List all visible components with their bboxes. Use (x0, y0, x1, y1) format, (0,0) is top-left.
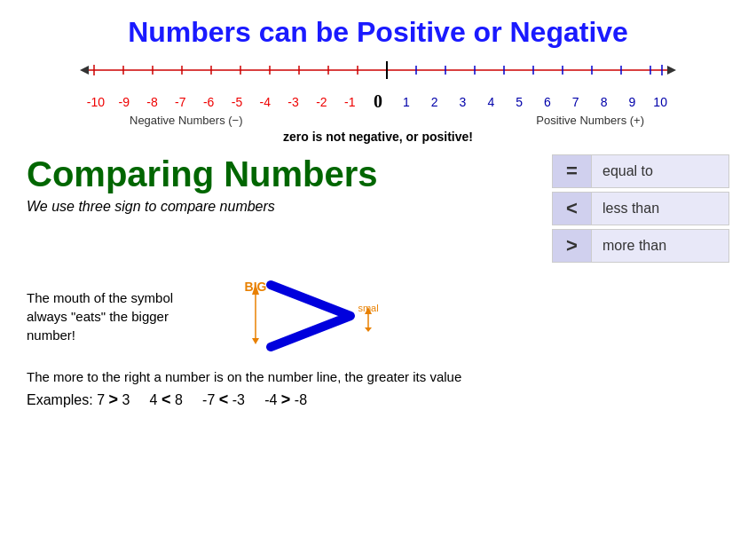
num-neg6: -6 (195, 95, 222, 109)
page: Numbers can be Positive or Negative (0, 0, 756, 552)
ex4-sym: > (281, 390, 291, 408)
num-8: 8 (591, 95, 618, 109)
negative-numbers-label: Negative Numbers (−) (130, 114, 243, 127)
symbol-row-equal: = equal to (552, 154, 729, 188)
ex1-sym: > (109, 390, 119, 408)
num-2: 2 (421, 95, 448, 109)
comparing-symbols: = equal to < less than > more than (552, 154, 729, 263)
num-7: 7 (563, 95, 589, 109)
example-spacer-1 (134, 392, 146, 407)
num-1: 1 (393, 95, 420, 109)
positive-numbers-label: Positive Numbers (+) (536, 114, 644, 127)
mouth-section: The mouth of the symbol always "eats" th… (27, 272, 729, 360)
less-symbol: < (553, 193, 592, 225)
examples-label: Examples: (27, 392, 93, 407)
example-4: -4 > -8 (264, 392, 307, 407)
comparing-left: Comparing Numbers We use three sign to c… (27, 154, 534, 215)
bottom-note: The more to the right a number is on the… (27, 367, 729, 412)
examples-row: Examples: 7 > 3 4 < 8 -7 < -3 -4 > -8 (27, 388, 729, 412)
num-zero: 0 (365, 91, 391, 112)
mouth-svg: BIG smal (222, 272, 399, 360)
svg-marker-1 (80, 66, 89, 75)
number-line-svg (76, 58, 680, 90)
example-1: 7 > 3 (97, 392, 130, 407)
page-title: Numbers can be Positive or Negative (27, 16, 729, 49)
num-5: 5 (506, 95, 532, 109)
more-label: more than (592, 238, 677, 254)
svg-marker-31 (365, 327, 372, 332)
comparing-section: Comparing Numbers We use three sign to c… (27, 154, 729, 263)
num-neg9: -9 (111, 95, 138, 109)
equal-symbol: = (553, 155, 592, 187)
num-3: 3 (450, 95, 476, 109)
num-9: 9 (618, 95, 645, 109)
equal-label: equal to (592, 163, 664, 179)
num-neg7: -7 (167, 95, 193, 109)
num-6: 6 (534, 95, 561, 109)
num-neg8: -8 (139, 95, 166, 109)
ex2-sym: < (161, 390, 171, 408)
bottom-note-text: The more to the right a number is on the… (27, 367, 729, 388)
zero-note: zero is not negative, or positive! (283, 130, 473, 144)
num-neg1: -1 (336, 95, 363, 109)
ex3-sym: < (219, 390, 229, 408)
num-neg5: -5 (224, 95, 250, 109)
number-line-container: -10 -9 -8 -7 -6 -5 -4 -3 -2 -1 0 1 2 3 4… (27, 58, 729, 151)
less-label: less than (592, 201, 670, 217)
num-10: 10 (647, 95, 673, 109)
comparing-subtitle: We use three sign to compare numbers (27, 199, 534, 215)
neg-pos-labels: Negative Numbers (−) Positive Numbers (+… (76, 114, 680, 127)
svg-marker-2 (667, 66, 676, 75)
symbol-row-more: > more than (552, 229, 729, 263)
symbol-row-less: < less than (552, 192, 729, 225)
mouth-text: The mouth of the symbol always "eats" th… (27, 288, 204, 344)
number-line-wrapper (76, 58, 680, 90)
num-neg2: -2 (309, 95, 335, 109)
num-neg3: -3 (280, 95, 307, 109)
mouth-diagram: BIG smal (222, 272, 399, 360)
more-symbol: > (553, 230, 592, 262)
number-labels-row: -10 -9 -8 -7 -6 -5 -4 -3 -2 -1 0 1 2 3 4… (76, 91, 680, 112)
example-2: 4 < 8 (150, 392, 183, 407)
num-4: 4 (477, 95, 504, 109)
svg-marker-27 (252, 338, 259, 344)
example-3: -7 < -3 (202, 392, 245, 407)
comparing-title: Comparing Numbers (27, 154, 534, 193)
num-neg4: -4 (252, 95, 279, 109)
example-spacer-3 (248, 392, 260, 407)
example-spacer-2 (186, 392, 198, 407)
num-neg10: -10 (83, 95, 109, 109)
